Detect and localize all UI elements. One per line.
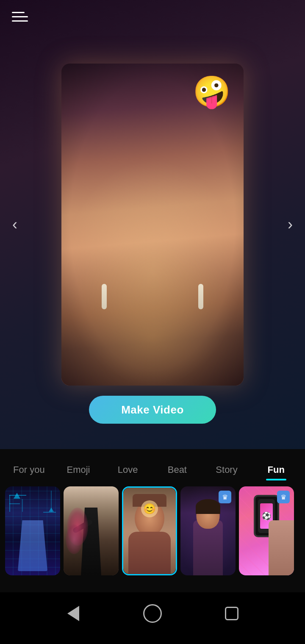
video-section: ‹ 🤪 › Make Video (0, 0, 305, 449)
active-tab-indicator (266, 479, 286, 480)
tabs-row: For you Emoji Love Beat Story Fun (0, 461, 305, 479)
chevron-left-icon: ‹ (12, 216, 17, 233)
tab-love[interactable]: Love (103, 461, 152, 479)
make-video-button[interactable]: Make Video (89, 396, 216, 424)
prev-arrow[interactable]: ‹ (4, 214, 25, 235)
premium-badge-4 (219, 491, 231, 503)
home-icon (143, 604, 162, 623)
tab-story[interactable]: Story (202, 461, 252, 479)
recents-button[interactable] (220, 602, 243, 625)
recents-icon (225, 607, 238, 620)
thumbnail-1[interactable] (5, 486, 60, 575)
thumb-smiley-icon: 😊 (141, 500, 158, 517)
tab-emoji[interactable]: Emoji (54, 461, 103, 479)
next-arrow[interactable]: › (280, 214, 301, 235)
thumbnails-row: 😊 (0, 479, 305, 584)
emoji-sticker: 🤪 (193, 76, 231, 107)
tab-for-you[interactable]: For you (4, 461, 54, 479)
tabs-section: For you Emoji Love Beat Story Fun (0, 449, 305, 592)
thumbnail-2[interactable] (64, 486, 119, 575)
home-button[interactable] (141, 602, 164, 625)
back-button[interactable] (62, 602, 85, 625)
hamburger-menu[interactable] (12, 12, 28, 22)
premium-badge-5 (277, 491, 290, 503)
thumbnail-4[interactable] (180, 486, 236, 575)
thumbnail-3[interactable]: 😊 (122, 486, 177, 575)
thumbnail-5[interactable]: ⚽ (239, 486, 294, 575)
photo-card: 🤪 (61, 64, 244, 386)
tab-fun[interactable]: Fun (251, 461, 301, 479)
back-icon (67, 606, 79, 621)
android-nav-bar (0, 592, 305, 635)
tab-beat[interactable]: Beat (152, 461, 202, 479)
chevron-right-icon: › (288, 216, 293, 233)
